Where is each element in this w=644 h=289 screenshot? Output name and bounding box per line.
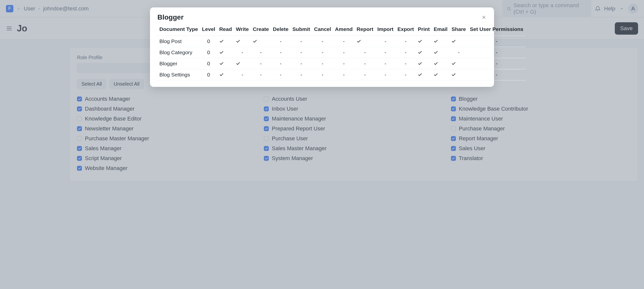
level-cell: 0 <box>200 58 217 69</box>
check-icon <box>418 72 430 77</box>
dash-icon: - <box>242 50 243 55</box>
check-icon <box>434 72 448 77</box>
dash-icon: - <box>384 72 386 78</box>
check-icon <box>219 39 232 44</box>
perm-cell <box>251 36 271 47</box>
perm-cell: - <box>290 69 312 80</box>
check-icon <box>219 61 232 66</box>
perm-cell <box>416 69 432 80</box>
perm-cell: - <box>312 69 333 80</box>
dash-icon: - <box>405 72 407 78</box>
check-icon <box>236 39 249 44</box>
doc-type-cell: Blog Category <box>158 47 200 58</box>
perm-cell: - <box>312 47 333 58</box>
check-icon <box>418 50 430 55</box>
column-header: Write <box>234 24 251 36</box>
dash-icon: - <box>260 50 262 55</box>
check-icon <box>418 39 430 44</box>
check-icon <box>434 39 448 44</box>
perm-cell <box>432 58 450 69</box>
perm-cell <box>217 36 234 47</box>
dash-icon: - <box>405 38 407 44</box>
dash-icon: - <box>343 38 345 44</box>
table-row: Blog Post0------- <box>158 36 526 47</box>
dash-icon: - <box>300 60 302 66</box>
perm-cell: - <box>333 69 355 80</box>
dash-icon: - <box>343 60 345 66</box>
perm-cell: - <box>355 47 376 58</box>
perm-cell: - <box>375 69 395 80</box>
perm-cell <box>450 36 468 47</box>
column-header: Share <box>450 24 468 36</box>
perm-cell: - <box>468 47 526 58</box>
perm-cell <box>355 36 376 47</box>
perm-cell: - <box>290 47 312 58</box>
table-row: Blogger0--------- <box>158 58 526 69</box>
permissions-modal: Blogger Document TypeLevelReadWriteCreat… <box>150 8 494 87</box>
dash-icon: - <box>405 50 407 55</box>
dash-icon: - <box>300 38 302 44</box>
check-icon <box>236 61 249 66</box>
dash-icon: - <box>496 60 498 66</box>
perm-cell <box>432 36 450 47</box>
level-cell: 0 <box>200 69 217 80</box>
column-header: Amend <box>333 24 355 36</box>
perm-cell <box>234 58 251 69</box>
column-header: Export <box>396 24 416 36</box>
doc-type-cell: Blog Post <box>158 36 200 47</box>
perm-cell: - <box>375 58 395 69</box>
column-header: Cancel <box>312 24 333 36</box>
perm-cell <box>217 69 234 80</box>
dash-icon: - <box>405 60 407 66</box>
perm-cell: - <box>271 36 290 47</box>
perm-cell <box>432 47 450 58</box>
column-header: Report <box>355 24 376 36</box>
column-header: Import <box>375 24 395 36</box>
modal-title: Blogger <box>158 13 184 21</box>
perm-cell: - <box>271 47 290 58</box>
perm-cell: - <box>333 47 355 58</box>
perm-cell: - <box>468 58 526 69</box>
perm-cell <box>432 69 450 80</box>
dash-icon: - <box>343 72 345 78</box>
perm-cell: - <box>271 69 290 80</box>
check-icon <box>452 61 466 66</box>
close-button[interactable] <box>481 14 486 20</box>
column-header: Email <box>432 24 450 36</box>
dash-icon: - <box>364 50 366 55</box>
perm-cell: - <box>468 69 526 80</box>
dash-icon: - <box>343 50 345 55</box>
check-icon <box>357 39 374 44</box>
perm-cell: - <box>396 69 416 80</box>
dash-icon: - <box>364 60 366 66</box>
dash-icon: - <box>260 60 262 66</box>
dash-icon: - <box>280 60 282 66</box>
perm-cell: - <box>468 36 526 47</box>
level-cell: 0 <box>200 36 217 47</box>
dash-icon: - <box>260 72 262 78</box>
column-header: Delete <box>271 24 290 36</box>
dash-icon: - <box>322 50 324 55</box>
perm-cell: - <box>290 58 312 69</box>
perm-cell <box>234 36 251 47</box>
perm-cell <box>450 58 468 69</box>
perm-cell <box>416 47 432 58</box>
column-header: Print <box>416 24 432 36</box>
check-icon <box>452 72 466 77</box>
dash-icon: - <box>280 50 282 55</box>
dash-icon: - <box>496 72 498 78</box>
column-header: Document Type <box>158 24 200 36</box>
perm-cell: - <box>312 36 333 47</box>
dash-icon: - <box>364 72 366 78</box>
check-icon <box>434 61 448 66</box>
dash-icon: - <box>322 60 324 66</box>
perm-cell: - <box>234 47 251 58</box>
dash-icon: - <box>280 38 282 44</box>
dash-icon: - <box>300 72 302 78</box>
check-icon <box>452 39 466 44</box>
modal-overlay[interactable]: Blogger Document TypeLevelReadWriteCreat… <box>0 0 644 289</box>
perm-cell: - <box>251 47 271 58</box>
perm-cell <box>416 36 432 47</box>
perm-cell <box>217 58 234 69</box>
level-cell: 0 <box>200 47 217 58</box>
